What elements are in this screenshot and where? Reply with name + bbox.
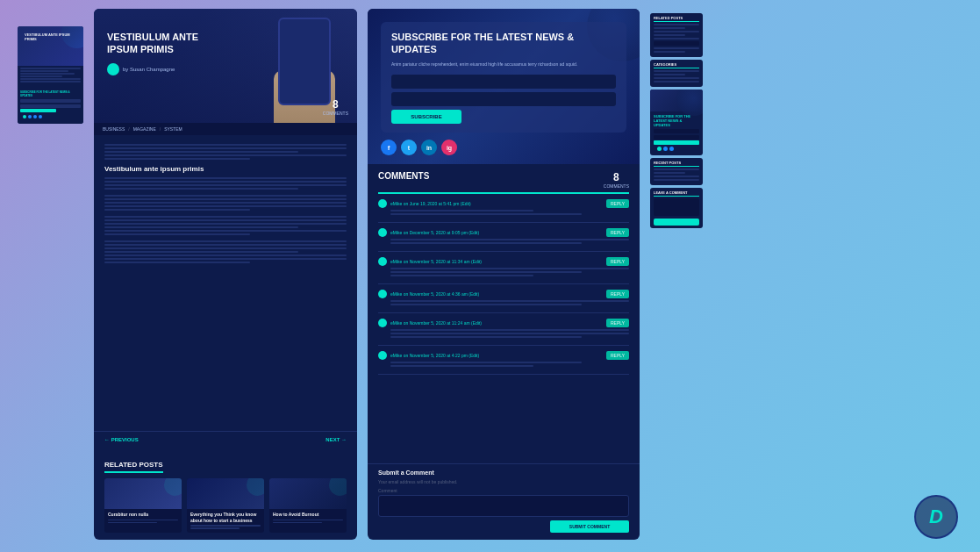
lp-hero-image: VESTIBULUM ANTE IPSUM PRIMIS [18,26,83,66]
breadcrumb: BUSINESS / MAGAZINE / SYSTEM [94,123,357,135]
related-post-3-content: How to Avoid Burnout [269,509,347,527]
main-container: VESTIBULUM ANTE IPSUM PRIMIS SUBSCRIBE F… [0,0,980,552]
comments-section: COMMENTS 8 Comments eMike on June 19, 20… [368,164,640,463]
related-posts-section: RELATED POSTS Curabitur non nulla Everyt… [94,448,357,540]
related-posts-grid: Curabitur non nulla Everything you Think… [104,478,347,533]
article-navigation: ← PREVIOUS NEXT → [94,431,357,448]
comments-header: COMMENTS 8 Comments [378,171,629,194]
comment-3-text [378,268,629,276]
linkedin-icon[interactable]: in [421,140,437,155]
related-post-2-content: Everything you Think you know about how … [187,509,264,533]
breadcrumb-sep-2: / [160,126,161,132]
subscribe-email-input[interactable] [391,92,616,106]
comment-6-text [378,362,629,367]
divi-letter: D [929,505,943,528]
comment-6-author: eMike on November 5, 2020 at 4:22 pm (Ed… [390,353,479,358]
subscribe-name-input[interactable] [391,75,616,89]
instagram-icon[interactable]: ig [441,140,457,155]
comment-5-author-info: eMike on November 5, 2020 at 11:24 am (E… [378,319,482,327]
lp-line-3 [20,73,75,75]
sidebar-email-input[interactable] [654,135,699,140]
breadcrumb-business: BUSINESS [103,126,125,132]
submit-comment-button[interactable]: SUBMIT COMMENT [550,520,629,533]
sidebar-related-posts: RELATED POSTS [650,13,703,57]
subscribe-button[interactable]: SUBSCRIBE [391,110,461,124]
article-hero: VESTIBULUM ANTE IPSUM PRIMIS by Susan Ch… [94,9,357,123]
comment-5-meta: eMike on November 5, 2020 at 11:24 am (E… [378,319,629,327]
comment-field-label: Comment [378,488,629,493]
related-post-2-image [187,478,264,509]
hero-text-container: VESTIBULUM ANTE IPSUM PRIMIS by Susan Ch… [107,31,221,75]
comments-title: COMMENTS [378,171,429,181]
sidebar-comment-widget: LEAVE A COMMENT [650,188,703,228]
comment-6-reply-button[interactable]: REPLY [606,351,629,360]
hero-phone-image [278,18,331,105]
related-post-1-content: Curabitur non nulla [104,509,182,527]
sidebar-comment-submit[interactable] [654,219,699,226]
lp-social-dots [20,112,81,121]
sidebar-categories: CATEGORIES [650,60,703,87]
related-post-1-title: Curabitur non nulla [108,512,178,518]
blog-panel: SUBSCRIBE FOR THE LATEST NEWS & UPDATES … [368,9,640,540]
sidebar-name-input[interactable] [654,129,699,133]
lp-subscribe-title: SUBSCRIBE FOR THE LATEST NEWS & UPDATES [20,90,81,97]
comment-1-avatar [378,199,387,208]
twitter-icon[interactable]: t [401,140,417,155]
divi-logo: D [914,495,958,539]
comment-5-reply-button[interactable]: REPLY [606,319,629,327]
lp-subscribe-section: SUBSCRIBE FOR THE LATEST NEWS & UPDATES [18,88,83,124]
sidebar-related-title: RELATED POSTS [654,16,699,22]
comments-number: 8 [604,171,629,183]
article-panel: VESTIBULUM ANTE IPSUM PRIMIS by Susan Ch… [94,9,357,540]
subscribe-title: SUBSCRIBE FOR THE LATEST NEWS & UPDATES [391,31,616,56]
author-name: by Susan Champagne [123,67,175,72]
sidebar-comment-input[interactable] [654,198,699,216]
sidebar-dot-2 [663,147,668,151]
comment-4-text [378,300,629,305]
related-post-3-image [269,478,347,509]
breadcrumb-sep-1: / [128,126,129,132]
related-post-1[interactable]: Curabitur non nulla [104,478,182,533]
comment-4: eMike on November 5, 2020 at 4:36 am (Ed… [378,290,629,313]
comment-2-reply-button[interactable]: REPLY [606,228,629,237]
related-post-2[interactable]: Everything you Think you know about how … [187,478,264,533]
comment-6-meta: eMike on November 5, 2020 at 4:22 pm (Ed… [378,351,629,360]
sidebar-categories-title: CATEGORIES [654,62,699,68]
comment-1-author: eMike on June 19, 2020 at 5:41 pm (Edit) [390,201,471,206]
facebook-icon[interactable]: f [381,140,397,155]
lp-dot-4 [39,115,42,118]
blog-hero: SUBSCRIBE FOR THE LATEST NEWS & UPDATES … [368,9,640,164]
article-section-title: Vestibulum ante ipsum primis [104,165,347,173]
comment-1-meta: eMike on June 19, 2020 at 5:41 pm (Edit)… [378,199,629,208]
sidebar-social-dots [654,145,699,153]
comment-textarea[interactable] [378,495,629,517]
comment-2-text [378,239,629,244]
comment-3-author: eMike on November 5, 2020 at 11:34 am (E… [390,259,482,264]
next-button[interactable]: NEXT → [325,437,347,442]
related-post-2-title: Everything you Think you know about how … [190,512,261,523]
lp-dot-3 [33,115,37,118]
lp-line-2 [20,70,68,72]
comment-3-reply-button[interactable]: REPLY [606,257,629,266]
comment-1-reply-button[interactable]: REPLY [606,199,629,208]
related-post-3-title: How to Avoid Burnout [273,512,343,518]
lp-line-4 [20,75,62,77]
lp-hero-text: VESTIBULUM ANTE IPSUM PRIMIS [22,31,83,43]
comment-4-meta: eMike on November 5, 2020 at 4:36 am (Ed… [378,290,629,298]
comment-6: eMike on November 5, 2020 at 4:22 pm (Ed… [378,351,629,375]
subscribe-box: SUBSCRIBE FOR THE LATEST NEWS & UPDATES … [381,22,626,133]
sidebar-recent-title: RECENT POSTS [654,161,699,167]
lp-line-1 [20,68,81,69]
sidebar-recent-posts: RECENT POSTS [650,158,703,185]
subscribe-text: Anim pariatur cliche reprehenderit, enim… [391,61,616,68]
related-posts-title: RELATED POSTS [104,461,163,473]
submit-comment-title: Submit a Comment [378,470,629,476]
comment-1: eMike on June 19, 2020 at 5:41 pm (Edit)… [378,199,629,223]
comment-5-avatar [378,319,387,327]
comment-4-reply-button[interactable]: REPLY [606,290,629,298]
comment-2-meta: eMike on December 5, 2020 at 9:05 pm (Ed… [378,228,629,237]
subscribe-button-label: SUBSCRIBE [411,114,441,119]
related-post-3[interactable]: How to Avoid Burnout [269,478,347,533]
comment-3-meta: eMike on November 5, 2020 at 11:34 am (E… [378,257,629,266]
prev-button[interactable]: ← PREVIOUS [104,437,139,442]
